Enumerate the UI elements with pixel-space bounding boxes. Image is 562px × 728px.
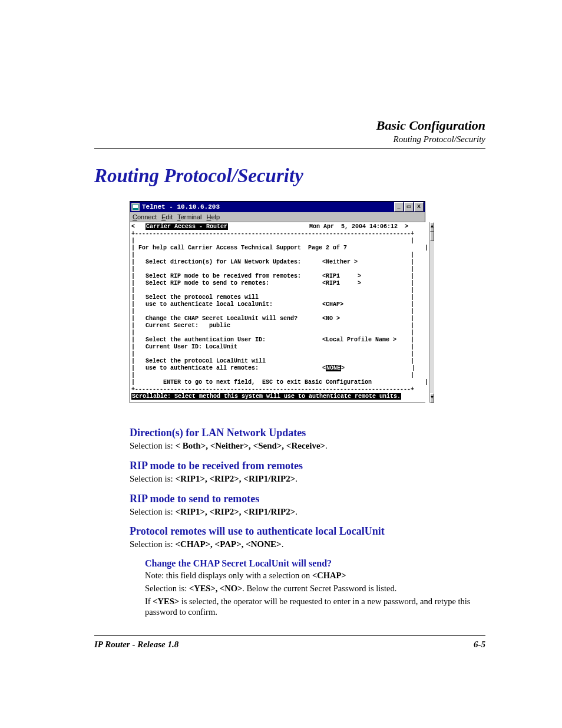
field-current-userid: Current User ID: LocalUnit	[146, 344, 237, 350]
document-body: Direction(s) for LAN Network Updates Sel…	[130, 427, 485, 618]
footer-page-number: 6-5	[474, 640, 485, 650]
section-change-secret-heading: Change the CHAP Secret LocalUnit will se…	[145, 558, 485, 569]
section-change-secret-selection: Selection is: <YES>, <NO>. Below the cur…	[145, 583, 485, 594]
field-change-secret-value[interactable]: <NO >	[322, 315, 340, 322]
field-current-secret: Current Secret: public	[146, 322, 230, 329]
menu-connect[interactable]: Connect	[133, 213, 157, 220]
term-header-left: Carrier Access - Router	[146, 223, 228, 230]
term-help-line: For help call Carrier Access Technical S…	[138, 245, 347, 251]
field-auth-userid-value[interactable]: <Local Profile Name >	[322, 337, 396, 343]
field-lan-updates-label: Select direction(s) for LAN Network Upda…	[146, 259, 301, 265]
window-titlebar[interactable]: Telnet - 10.10.6.203 _ ▭ X	[130, 202, 425, 212]
field-auth-local-label-1: Select the protocol remotes will	[146, 294, 259, 301]
term-status-line: Scrollable: Select method this system wi…	[131, 393, 401, 400]
term-header-right: Mon Apr 5, 2004 14:06:12	[309, 223, 398, 230]
field-rip-recv-label: Select RIP mode to be received from remo…	[146, 273, 301, 279]
section-change-secret-note: Note: this field displays only with a se…	[145, 570, 485, 581]
section-auth-local-text: Selection is: <CHAP>, <PAP>, <NONE>.	[130, 539, 485, 550]
section-rip-send-text: Selection is: <RIP1>, <RIP2>, <RIP1/RIP2…	[130, 506, 485, 518]
close-button[interactable]: X	[414, 202, 424, 212]
footer-left: IP Router - Release 1.8	[94, 640, 178, 650]
field-lan-updates-value[interactable]: <Neither >	[322, 259, 358, 265]
menu-terminal[interactable]: Terminal	[177, 213, 202, 220]
field-auth-remotes-value[interactable]: <NONE>	[322, 365, 345, 371]
menu-help[interactable]: Help	[207, 213, 220, 220]
field-auth-local-label-2: use to authenticate local LocalUnit:	[146, 301, 273, 308]
field-rip-send-value[interactable]: <RIP1 >	[322, 280, 361, 286]
menu-bar: Connect Edit Terminal Help	[130, 212, 425, 222]
maximize-button[interactable]: ▭	[404, 202, 414, 212]
menu-edit[interactable]: Edit	[161, 213, 173, 220]
field-auth-remotes-label-2: use to authenticate all remotes:	[146, 365, 259, 371]
field-rip-recv-value[interactable]: <RIP1 >	[322, 273, 361, 279]
terminal-area[interactable]: < Carrier Access - Router Mon Apr 5, 200…	[130, 222, 429, 403]
running-header-section: Routing Protocol/Security	[94, 134, 485, 144]
page-footer: IP Router - Release 1.8 6-5	[94, 640, 485, 650]
section-rip-recv-heading: RIP mode to be received from remotes	[130, 460, 485, 472]
section-rip-recv-text: Selection is: <RIP1>, <RIP2>, <RIP1/RIP2…	[130, 473, 485, 485]
svg-rect-1	[133, 205, 138, 208]
telnet-app-icon	[131, 203, 140, 211]
scroll-thumb[interactable]	[430, 232, 434, 241]
minimize-button[interactable]: _	[394, 202, 404, 212]
footer-rule	[94, 635, 485, 636]
section-auth-local-heading: Protocol remotes will use to authenticat…	[130, 525, 485, 538]
field-rip-send-label: Select RIP mode to send to remotes:	[146, 280, 269, 286]
header-rule	[94, 148, 485, 149]
field-auth-remotes-label-1: Select the protocol LocalUnit will	[146, 358, 266, 364]
section-lan-updates-text: Selection is: < Both>, <Neither>, <Send>…	[130, 440, 485, 452]
running-header: Basic Configuration Routing Protocol/Sec…	[94, 118, 485, 144]
field-auth-userid-label: Select the authentication User ID:	[146, 337, 266, 343]
term-instruction: ENTER to go to next field, ESC to exit B…	[163, 379, 372, 386]
vertical-scrollbar[interactable]: ▲ ▼	[429, 222, 434, 403]
section-lan-updates-heading: Direction(s) for LAN Network Updates	[130, 427, 485, 439]
page-title: Routing Protocol/Security	[94, 165, 485, 187]
window-title: Telnet - 10.10.6.203	[142, 203, 394, 210]
field-auth-local-value[interactable]: <CHAP>	[322, 301, 343, 308]
scroll-up-icon[interactable]: ▲	[430, 222, 434, 232]
section-rip-send-heading: RIP mode to send to remotes	[130, 493, 485, 505]
telnet-window: Telnet - 10.10.6.203 _ ▭ X Connect Edit …	[130, 201, 425, 403]
section-change-secret-yes: If <YES> is selected, the operator will …	[145, 596, 485, 617]
field-change-secret-label: Change the CHAP Secret LocalUnit will se…	[146, 315, 297, 322]
running-header-chapter: Basic Configuration	[94, 118, 485, 133]
scroll-down-icon[interactable]: ▼	[430, 393, 434, 403]
